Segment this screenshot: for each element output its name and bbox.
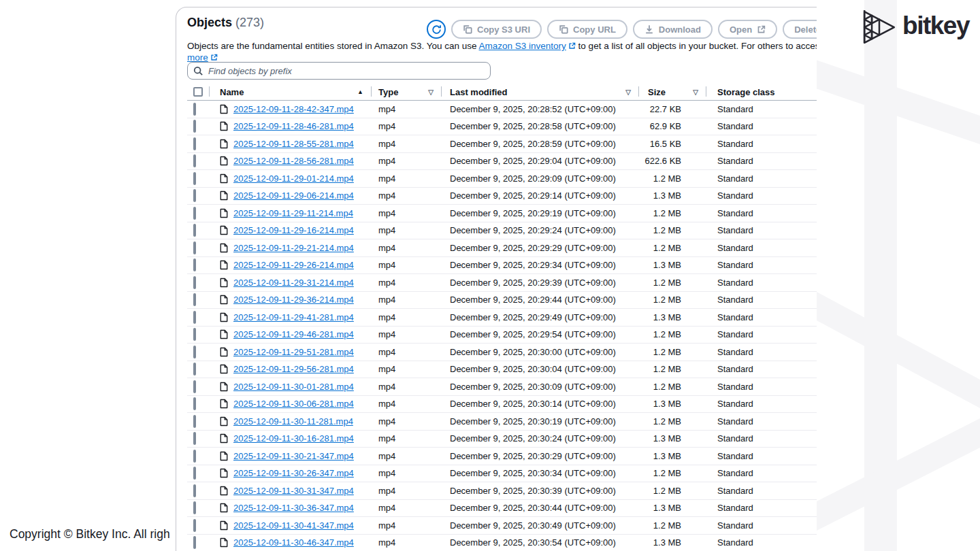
row-checkbox[interactable] [193, 137, 196, 150]
object-size: 1.3 MB [639, 260, 706, 270]
object-size: 1.2 MB [639, 416, 706, 427]
row-checkbox[interactable] [193, 276, 196, 289]
object-name-link[interactable]: 2025-12-09-11-29-06-214.mp4 [233, 190, 354, 201]
amazon-s3-inventory-link[interactable]: Amazon S3 inventory [479, 41, 566, 51]
row-checkbox[interactable] [193, 207, 196, 220]
object-storage-class: Standard [717, 312, 817, 322]
row-checkbox[interactable] [193, 467, 196, 480]
object-type: mp4 [378, 503, 442, 513]
object-name-link[interactable]: 2025-12-09-11-29-56-281.mp4 [233, 364, 354, 374]
column-header-size[interactable]: Size▽ [639, 84, 706, 100]
object-last-modified: December 9, 2025, 20:30:39 (UTC+09:00) [450, 486, 639, 496]
object-type: mp4 [378, 243, 442, 253]
search-input[interactable] [187, 62, 491, 80]
object-type: mp4 [378, 537, 442, 548]
object-name-link[interactable]: 2025-12-09-11-29-41-281.mp4 [233, 312, 354, 322]
object-type: mp4 [378, 225, 442, 235]
object-type: mp4 [378, 399, 442, 409]
table-row: 2025-12-09-11-30-46-347.mp4 mp4 December… [187, 535, 817, 551]
object-type: mp4 [378, 468, 442, 478]
object-name-link[interactable]: 2025-12-09-11-30-36-347.mp4 [233, 503, 354, 513]
row-checkbox[interactable] [193, 311, 196, 324]
object-name-link[interactable]: 2025-12-09-11-29-36-214.mp4 [233, 295, 354, 305]
select-all-checkbox[interactable] [193, 87, 203, 97]
object-size: 1.2 MB [639, 243, 706, 253]
row-checkbox[interactable] [193, 154, 196, 167]
object-name-link[interactable]: 2025-12-09-11-30-26-347.mp4 [233, 468, 354, 478]
delete-button[interactable]: Delete [783, 20, 817, 39]
object-size: 1.2 MB [639, 208, 706, 218]
row-checkbox[interactable] [193, 224, 196, 237]
object-name-link[interactable]: 2025-12-09-11-28-55-281.mp4 [233, 139, 354, 149]
column-header-name[interactable]: Name▲ [210, 84, 372, 100]
row-checkbox[interactable] [193, 501, 196, 514]
object-name-link[interactable]: 2025-12-09-11-28-42-347.mp4 [233, 104, 354, 114]
row-checkbox[interactable] [193, 450, 196, 463]
search-box [187, 62, 491, 80]
row-checkbox[interactable] [193, 346, 196, 358]
file-icon [220, 347, 228, 357]
row-checkbox[interactable] [193, 397, 196, 410]
row-checkbox[interactable] [193, 380, 196, 393]
row-checkbox[interactable] [193, 189, 196, 202]
object-type: mp4 [378, 139, 442, 149]
object-name-link[interactable]: 2025-12-09-11-30-41-347.mp4 [233, 520, 354, 531]
copy-icon [463, 24, 472, 34]
object-storage-class: Standard [717, 433, 817, 444]
row-checkbox[interactable] [193, 258, 196, 271]
object-size: 1.2 MB [639, 364, 706, 374]
column-header-type[interactable]: Type▽ [372, 84, 442, 100]
object-name-link[interactable]: 2025-12-09-11-30-21-347.mp4 [233, 451, 354, 461]
row-checkbox[interactable] [193, 241, 196, 254]
row-checkbox[interactable] [193, 415, 196, 428]
refresh-button[interactable] [427, 20, 446, 39]
object-name-link[interactable]: 2025-12-09-11-28-46-281.mp4 [233, 121, 354, 131]
row-checkbox[interactable] [193, 293, 196, 306]
row-checkbox[interactable] [193, 432, 196, 445]
object-last-modified: December 9, 2025, 20:29:44 (UTC+09:00) [450, 295, 639, 305]
object-name-link[interactable]: 2025-12-09-11-29-11-214.mp4 [233, 208, 353, 218]
file-icon [220, 416, 228, 427]
object-storage-class: Standard [717, 416, 817, 427]
object-name-link[interactable]: 2025-12-09-11-30-06-281.mp4 [233, 399, 354, 409]
external-link-icon [568, 41, 576, 52]
object-name-link[interactable]: 2025-12-09-11-29-26-214.mp4 [233, 260, 354, 270]
row-checkbox[interactable] [193, 484, 196, 497]
row-checkbox[interactable] [193, 120, 196, 133]
object-name-link[interactable]: 2025-12-09-11-30-11-281.mp4 [233, 416, 353, 427]
row-checkbox[interactable] [193, 328, 196, 341]
row-checkbox[interactable] [193, 519, 196, 532]
object-name-link[interactable]: 2025-12-09-11-30-31-347.mp4 [233, 486, 354, 496]
object-last-modified: December 9, 2025, 20:28:59 (UTC+09:00) [450, 139, 639, 149]
column-header-storage-class[interactable]: Storage class [706, 84, 817, 100]
object-name-link[interactable]: 2025-12-09-11-29-16-214.mp4 [233, 225, 354, 235]
file-icon [220, 295, 228, 305]
object-name-link[interactable]: 2025-12-09-11-29-51-281.mp4 [233, 347, 354, 357]
open-button[interactable]: Open [718, 20, 777, 39]
open-external-icon [757, 25, 766, 34]
object-storage-class: Standard [717, 451, 817, 461]
table-row: 2025-12-09-11-29-46-281.mp4 mp4 December… [187, 327, 817, 344]
row-checkbox[interactable] [193, 103, 196, 116]
objects-title: Objects [187, 16, 232, 29]
object-name-link[interactable]: 2025-12-09-11-30-16-281.mp4 [233, 433, 354, 444]
row-checkbox[interactable] [193, 363, 196, 375]
download-button[interactable]: Download [633, 20, 713, 39]
row-checkbox[interactable] [193, 536, 196, 549]
row-checkbox[interactable] [193, 172, 196, 185]
object-name-link[interactable]: 2025-12-09-11-28-56-281.mp4 [233, 156, 354, 166]
column-header-last-modified[interactable]: Last modified▽ [442, 84, 639, 100]
object-type: mp4 [378, 382, 442, 392]
object-name-link[interactable]: 2025-12-09-11-29-46-281.mp4 [233, 329, 354, 339]
object-type: mp4 [378, 104, 442, 114]
learn-more-link[interactable]: more [187, 52, 208, 63]
object-storage-class: Standard [717, 173, 817, 184]
object-name-link[interactable]: 2025-12-09-11-29-01-214.mp4 [233, 173, 354, 184]
object-name-link[interactable]: 2025-12-09-11-30-01-281.mp4 [233, 382, 354, 392]
object-name-link[interactable]: 2025-12-09-11-29-31-214.mp4 [233, 278, 354, 288]
copy-s3-uri-button[interactable]: Copy S3 URI [451, 20, 542, 39]
copy-url-button[interactable]: Copy URL [547, 20, 627, 39]
object-name-link[interactable]: 2025-12-09-11-29-21-214.mp4 [233, 243, 354, 253]
object-name-link[interactable]: 2025-12-09-11-30-46-347.mp4 [233, 537, 354, 548]
object-last-modified: December 9, 2025, 20:29:24 (UTC+09:00) [450, 225, 639, 235]
